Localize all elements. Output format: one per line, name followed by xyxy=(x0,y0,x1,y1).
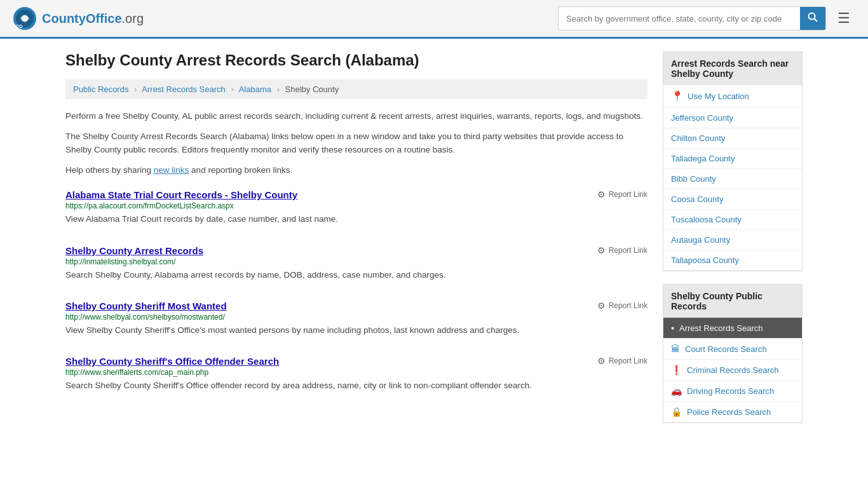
hamburger-menu-button[interactable]: ☰ xyxy=(832,8,855,29)
nearby-county-link[interactable]: Coosa County xyxy=(671,194,723,204)
report-icon: ⚙ xyxy=(597,301,606,311)
breadcrumb: Public Records › Arrest Records Search ›… xyxy=(65,79,648,99)
public-record-item[interactable]: ❗Criminal Records Search xyxy=(663,360,802,381)
record-entry: Shelby County Sheriff's Office Offender … xyxy=(65,356,648,398)
record-url: http://www.shelbyal.com/shelbyso/mostwan… xyxy=(65,313,648,322)
record-entry: Shelby County Sheriff Most Wanted ⚙ Repo… xyxy=(65,301,648,343)
report-link-label: Report Link xyxy=(609,301,648,310)
nearby-county-link[interactable]: Jefferson County xyxy=(671,113,733,123)
description-2: The Shelby County Arrest Records Search … xyxy=(65,130,648,157)
record-url: http://inmatelisting.shelbyal.com/ xyxy=(65,257,648,266)
nearby-county-link[interactable]: Chilton County xyxy=(671,133,725,143)
record-type-icon: ▪ xyxy=(671,323,674,333)
record-url: https://pa.alacourt.com/frmDocketListSea… xyxy=(65,201,648,210)
record-type-icon: ❗ xyxy=(671,365,682,375)
nearby-county-item: Coosa County xyxy=(663,189,802,210)
report-link-button[interactable]: ⚙ Report Link xyxy=(597,356,648,366)
nearby-county-item: Jefferson County xyxy=(663,108,802,128)
nearby-county-item: Tuscaloosa County xyxy=(663,210,802,230)
record-type-link[interactable]: Police Records Search xyxy=(687,407,771,417)
nearby-county-link[interactable]: Bibb County xyxy=(671,174,716,184)
svg-point-2 xyxy=(22,15,28,22)
report-icon: ⚙ xyxy=(597,189,606,200)
nearby-county-link[interactable]: Tallapoosa County xyxy=(671,255,739,265)
record-description: Search Shelby County Sheriff's Office of… xyxy=(65,379,648,392)
content-area: Shelby County Arrest Records Search (Ala… xyxy=(65,51,648,423)
record-title-link[interactable]: Shelby County Sheriff's Office Offender … xyxy=(65,356,279,367)
records-list: Alabama State Trial Court Records - Shel… xyxy=(65,189,648,398)
public-records-title: Shelby County Public Records xyxy=(663,285,802,318)
use-my-location-item[interactable]: 📍 Use My Location xyxy=(663,85,802,108)
sidebar: Arrest Records Search near Shelby County… xyxy=(663,51,803,423)
nearby-county-item: Autauga County xyxy=(663,230,802,250)
svg-line-5 xyxy=(815,19,818,22)
report-link-button[interactable]: ⚙ Report Link xyxy=(597,189,648,200)
record-title-link[interactable]: Alabama State Trial Court Records - Shel… xyxy=(65,189,297,200)
record-description: View Alabama Trial Court records by date… xyxy=(65,213,648,226)
record-description: Search Shelby County, Alabama arrest rec… xyxy=(65,269,648,281)
search-form xyxy=(558,6,826,30)
public-record-item[interactable]: 🚗Driving Records Search xyxy=(663,381,802,402)
report-icon: ⚙ xyxy=(597,356,606,366)
public-records-list: ▪Arrest Records Search🏛Court Records Sea… xyxy=(663,318,802,423)
record-title-link[interactable]: Shelby County Arrest Records xyxy=(65,245,203,256)
breadcrumb-public-records[interactable]: Public Records xyxy=(73,85,128,94)
header-search-area: ☰ xyxy=(558,6,855,30)
logo-icon: CO xyxy=(13,6,37,30)
description-1: Perform a free Shelby County, AL public … xyxy=(65,109,648,123)
svg-point-4 xyxy=(809,13,815,20)
nearby-county-item: Talladega County xyxy=(663,149,802,169)
nearby-counties-list: Jefferson CountyChilton CountyTalladega … xyxy=(663,108,802,271)
nearby-section-title: Arrest Records Search near Shelby County xyxy=(663,52,802,85)
public-records-section: Shelby County Public Records ▪Arrest Rec… xyxy=(663,284,803,423)
nearby-county-link[interactable]: Tuscaloosa County xyxy=(671,215,742,224)
location-icon: 📍 xyxy=(671,90,684,102)
logo-text: CountyOffice.org xyxy=(42,11,144,26)
report-link-button[interactable]: ⚙ Report Link xyxy=(597,301,648,311)
record-type-icon: 🏛 xyxy=(671,344,680,354)
record-type-icon: 🔒 xyxy=(671,407,682,417)
record-type-link[interactable]: Driving Records Search xyxy=(687,386,774,396)
record-type-label: Arrest Records Search xyxy=(679,323,763,333)
breadcrumb-alabama[interactable]: Alabama xyxy=(239,85,271,94)
nearby-county-link[interactable]: Talladega County xyxy=(671,154,735,163)
report-link-label: Report Link xyxy=(609,190,648,199)
svg-text:CO: CO xyxy=(16,24,23,29)
nearby-county-item: Tallapoosa County xyxy=(663,250,802,271)
public-record-item[interactable]: ▪Arrest Records Search xyxy=(663,318,802,339)
site-header: CO CountyOffice.org ☰ xyxy=(0,0,868,39)
record-type-link[interactable]: Court Records Search xyxy=(685,344,767,354)
record-entry: Alabama State Trial Court Records - Shel… xyxy=(65,189,648,232)
nearby-county-item: Bibb County xyxy=(663,169,802,189)
search-button[interactable] xyxy=(800,7,825,30)
breadcrumb-arrest-records[interactable]: Arrest Records Search xyxy=(142,85,226,94)
nearby-county-link[interactable]: Autauga County xyxy=(671,235,730,245)
report-link-label: Report Link xyxy=(609,246,648,255)
nearby-county-item: Chilton County xyxy=(663,128,802,149)
report-link-button[interactable]: ⚙ Report Link xyxy=(597,245,648,255)
logo[interactable]: CO CountyOffice.org xyxy=(13,6,144,30)
main-container: Shelby County Arrest Records Search (Ala… xyxy=(53,39,815,436)
record-type-icon: 🚗 xyxy=(671,386,682,396)
record-entry: Shelby County Arrest Records ⚙ Report Li… xyxy=(65,245,648,288)
report-icon: ⚙ xyxy=(597,245,606,255)
use-my-location-link[interactable]: Use My Location xyxy=(688,92,749,101)
search-input[interactable] xyxy=(559,9,800,29)
breadcrumb-shelby-county: Shelby County xyxy=(285,85,339,94)
public-record-item[interactable]: 🏛Court Records Search xyxy=(663,339,802,360)
record-type-link[interactable]: Criminal Records Search xyxy=(687,365,779,375)
page-title: Shelby County Arrest Records Search (Ala… xyxy=(65,51,648,69)
nearby-section: Arrest Records Search near Shelby County… xyxy=(663,51,803,271)
search-icon xyxy=(808,12,818,22)
report-link-label: Report Link xyxy=(609,356,648,365)
record-description: View Shelby County Sheriff's Office's mo… xyxy=(65,324,648,337)
public-record-item[interactable]: 🔒Police Records Search xyxy=(663,402,802,423)
record-url: http://www.sheriffalerts.com/cap_main.ph… xyxy=(65,368,648,377)
new-links-link[interactable]: new links xyxy=(154,165,189,175)
record-title-link[interactable]: Shelby County Sheriff Most Wanted xyxy=(65,301,227,311)
description-3: Help others by sharing new links and rep… xyxy=(65,163,648,177)
